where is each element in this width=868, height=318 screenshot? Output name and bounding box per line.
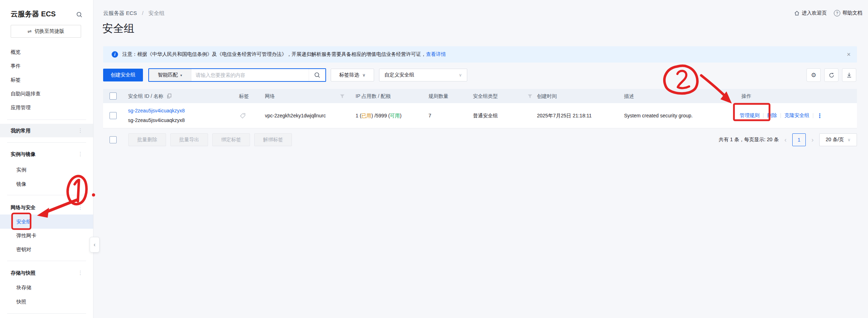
sidebar-item-eni[interactable]: 弹性网卡 <box>0 229 93 242</box>
sidebar-item-events[interactable]: 事件 <box>0 59 93 73</box>
ip-used-label: 已用 <box>361 113 371 118</box>
page-number[interactable]: 1 <box>792 133 806 146</box>
sidebar-item-troubleshoot[interactable]: 自助问题排查 <box>0 87 93 100</box>
settings-button[interactable]: ⚙ <box>806 68 821 82</box>
caret-down-icon: ▾ <box>180 73 182 77</box>
home-icon <box>794 10 800 16</box>
sidebar-divider <box>7 261 86 261</box>
vpc-link[interactable]: vpc-2zegkh2eky1dwjqllnurc <box>265 103 326 128</box>
clone-sg-link[interactable]: 克隆安全组 <box>784 112 809 119</box>
sidebar-item-security-group[interactable]: 安全组 <box>0 214 93 229</box>
sidebar: 云服务器 ECS ⇌ 切换至简捷版 概览 事件 标签 自助问题排查 应用管理 我… <box>0 0 94 318</box>
more-icon[interactable]: ⋮ <box>77 201 84 214</box>
tag-filter-button[interactable]: 标签筛选 ∨ <box>331 69 374 81</box>
sidebar-item-apps[interactable]: 应用管理 <box>0 101 93 114</box>
annotation-digit-2 <box>677 71 689 88</box>
pagination: 共有 1 条，每页显示: 20 条 ‹ 1 › 20 条/页 ∨ <box>719 133 857 147</box>
batch-export-button[interactable]: 批量导出 <box>170 133 208 146</box>
switch-icon: ⇌ <box>27 28 32 34</box>
unbind-tag-button[interactable]: 解绑标签 <box>254 133 292 146</box>
action-separator <box>781 113 781 118</box>
footer-select-all-checkbox[interactable] <box>110 136 117 143</box>
breadcrumb-separator: / <box>142 10 143 16</box>
refresh-button[interactable] <box>824 68 838 82</box>
refresh-icon <box>829 72 835 78</box>
sg-id-name: sg-2zeau5jsv4icuaqkzyx8 sg-2zeau5jsv4icu… <box>128 106 185 125</box>
bind-tag-button[interactable]: 绑定标签 <box>212 133 250 146</box>
more-actions-icon[interactable]: ⋮ <box>817 112 822 119</box>
sidebar-item-keypair[interactable]: 密钥对 <box>0 243 93 256</box>
sg-id-link[interactable]: sg-2zeau5jsv4icuaqkzyx8 <box>128 106 185 116</box>
help-link[interactable]: ? 帮助文档 <box>834 10 862 16</box>
prev-page-icon[interactable]: ‹ <box>784 136 787 144</box>
sidebar-item-block-storage[interactable]: 块存储 <box>0 281 93 294</box>
close-icon[interactable]: × <box>847 51 851 58</box>
table-header: 安全组 ID / 名称 标签 网络 IP 占用数 / 配额 规则数量 安全组类型… <box>103 89 857 103</box>
welcome-link[interactable]: 进入欢迎页 <box>794 10 827 16</box>
batch-delete-button[interactable]: 批量删除 <box>128 133 166 146</box>
filter-funnel-icon[interactable] <box>528 94 532 100</box>
collapse-icon: ‹ <box>94 242 95 248</box>
switch-to-simple-button[interactable]: ⇌ 切换至简捷版 <box>11 25 81 38</box>
sidebar-divider <box>7 313 86 314</box>
rule-count-link[interactable]: 7 <box>428 103 431 128</box>
delete-link[interactable]: 删除 <box>767 112 777 119</box>
next-page-icon[interactable]: › <box>811 136 814 144</box>
switch-label: 切换至简捷版 <box>34 28 64 35</box>
chevron-down-icon: ∨ <box>362 73 366 78</box>
manage-rules-link[interactable]: 管理规则 <box>740 112 760 119</box>
copy-icon[interactable] <box>167 94 172 99</box>
notice-banner: i 注意：根据《中华人民共和国电信条例》及《电信业务经营许可管理办法》，开展递归… <box>103 46 857 63</box>
sidebar-divider <box>7 142 86 143</box>
sidebar-search-icon[interactable] <box>76 11 82 19</box>
col-id-name: 安全组 ID / 名称 <box>128 89 172 103</box>
table-footer: 批量删除 批量导出 绑定标签 解绑标签 共有 1 条，每页显示: 20 条 ‹ … <box>103 133 857 147</box>
breadcrumb-root[interactable]: 云服务器 ECS <box>103 10 137 16</box>
breadcrumb-current: 安全组 <box>149 10 165 16</box>
search-input[interactable] <box>191 69 309 81</box>
search-box: 智能匹配 ▾ <box>148 68 326 82</box>
sidebar-divider <box>7 120 86 120</box>
row-actions: 管理规则 删除 克隆安全组 ⋮ <box>740 103 822 128</box>
search-button[interactable] <box>309 69 325 81</box>
breadcrumb: 云服务器 ECS / 安全组 <box>103 10 165 17</box>
gear-icon: ⚙ <box>811 71 816 79</box>
col-created: 创建时间 <box>537 89 557 103</box>
col-ip-quota: IP 占用数 / 配额 <box>356 89 391 103</box>
sidebar-collapse-handle[interactable]: ‹ <box>90 237 100 253</box>
table-row: sg-2zeau5jsv4icuaqkzyx8 sg-2zeau5jsv4icu… <box>103 103 857 128</box>
create-security-group-button[interactable]: 创建安全组 <box>103 69 143 81</box>
sidebar-item-instance[interactable]: 实例 <box>0 163 93 176</box>
batch-buttons: 批量删除 批量导出 绑定标签 解绑标签 <box>128 133 292 146</box>
created-time: 2025年7月25日 21:18:11 <box>537 103 592 128</box>
download-button[interactable] <box>842 68 856 82</box>
security-group-type-select[interactable]: 自定义安全组 ∨ <box>379 69 467 81</box>
sidebar-item-tags[interactable]: 标签 <box>0 73 93 86</box>
tag-icon[interactable] <box>240 112 246 120</box>
filter-funnel-icon[interactable] <box>340 94 345 100</box>
search-mode-dropdown[interactable]: 智能匹配 ▾ <box>149 69 191 81</box>
notice-text: 注意：根据《中华人民共和国电信条例》及《电信业务经营许可管理办法》，开展递归解析… <box>122 51 426 58</box>
sidebar-item-image[interactable]: 镜像 <box>0 177 93 191</box>
col-actions: 操作 <box>741 89 751 103</box>
more-icon[interactable]: ⋮ <box>77 147 84 161</box>
ip-usage: 1 (已用) /5999 (可用) <box>356 103 401 128</box>
more-icon[interactable]: ⋮ <box>77 266 84 280</box>
row-checkbox[interactable] <box>110 112 117 119</box>
sidebar-divider <box>7 195 86 195</box>
sg-name: sg-2zeau5jsv4icuaqkzyx8 <box>128 116 185 125</box>
col-tag: 标签 <box>239 89 249 103</box>
page-size-select[interactable]: 20 条/页 ∨ <box>819 133 857 146</box>
select-all-checkbox[interactable] <box>110 92 117 100</box>
product-title: 云服务器 ECS <box>11 9 56 19</box>
page-title: 安全组 <box>102 21 134 36</box>
action-separator <box>813 113 813 118</box>
sidebar-item-snapshot[interactable]: 快照 <box>0 295 93 308</box>
question-icon: ? <box>834 10 840 16</box>
notice-detail-link[interactable]: 查看详情 <box>426 51 446 58</box>
sidebar-item-overview[interactable]: 概览 <box>0 45 93 59</box>
col-rule-count: 规则数量 <box>428 89 448 103</box>
col-sg-type: 安全组类型 <box>473 89 498 103</box>
more-icon[interactable]: ⋮ <box>77 124 84 137</box>
top-links: 进入欢迎页 ? 帮助文档 <box>794 10 862 16</box>
